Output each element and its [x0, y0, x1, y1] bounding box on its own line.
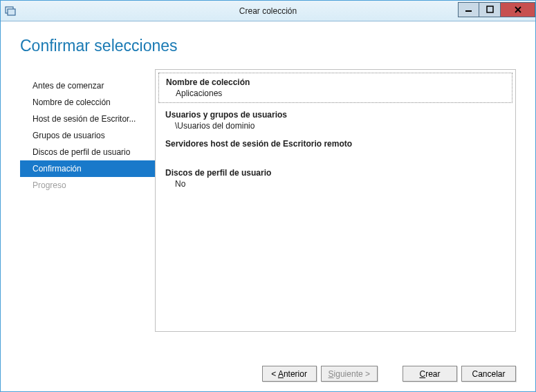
- previous-button[interactable]: < Anterior: [262, 366, 317, 382]
- minimize-button[interactable]: [458, 2, 479, 17]
- summary-profile-disks-label: Discos de perfil de usuario: [165, 168, 506, 178]
- sidebar-item-collection-name[interactable]: Nombre de colección: [20, 94, 155, 111]
- summary-profile-disks: Discos de perfil de usuario No: [156, 164, 515, 193]
- app-icon: [1, 1, 20, 21]
- summary-users-groups-label: Usuarios y grupos de usuarios: [165, 110, 506, 120]
- summary-users-groups: Usuarios y grupos de usuarios \Usuarios …: [156, 106, 515, 135]
- button-spacer: [382, 366, 398, 382]
- maximize-icon: [486, 6, 494, 13]
- cancel-button[interactable]: Cancelar: [461, 366, 516, 382]
- page-title: Confirmar selecciones: [20, 37, 516, 55]
- summary-collection-name: Nombre de colección Aplicaciones: [158, 73, 512, 103]
- wizard-body: Confirmar selecciones Antes de comenzar …: [1, 21, 535, 391]
- sidebar-item-profile-disks[interactable]: Discos de perfil de usuario: [20, 144, 155, 160]
- content-row: Antes de comenzar Nombre de colección Ho…: [20, 69, 516, 332]
- summary-session-hosts-label: Servidores host de sesión de Escritorio …: [165, 139, 506, 149]
- titlebar: Crear colección: [1, 1, 535, 21]
- create-button[interactable]: Crear: [403, 366, 457, 382]
- sidebar-item-session-host[interactable]: Host de sesión de Escritor...: [20, 111, 155, 127]
- sidebar: Antes de comenzar Nombre de colección Ho…: [20, 69, 155, 332]
- close-button[interactable]: [501, 2, 535, 17]
- close-icon: [514, 6, 522, 14]
- window-controls: [458, 3, 535, 19]
- next-button: Siguiente >: [321, 366, 378, 382]
- summary-collection-name-label: Nombre de colección: [166, 77, 505, 87]
- button-row: < Anterior Siguiente > Crear Cancelar: [262, 366, 516, 382]
- minimize-icon: [465, 6, 472, 13]
- summary-users-groups-value: \Usuarios del dominio: [165, 120, 506, 131]
- summary-collection-name-value: Aplicaciones: [166, 87, 505, 98]
- summary-session-hosts-value: [165, 149, 506, 160]
- summary-profile-disks-value: No: [165, 178, 506, 189]
- summary-session-hosts: Servidores host de sesión de Escritorio …: [156, 135, 515, 164]
- summary-panel: Nombre de colección Aplicaciones Usuario…: [155, 69, 516, 332]
- window-title: Crear colección: [239, 6, 297, 16]
- sidebar-item-user-groups[interactable]: Grupos de usuarios: [20, 127, 155, 144]
- maximize-button[interactable]: [479, 2, 501, 17]
- sidebar-item-before-begin[interactable]: Antes de comenzar: [20, 77, 155, 94]
- svg-rect-1: [8, 9, 15, 15]
- sidebar-item-progress: Progreso: [20, 177, 155, 194]
- svg-rect-3: [487, 6, 493, 12]
- sidebar-item-confirmation[interactable]: Confirmación: [20, 160, 155, 177]
